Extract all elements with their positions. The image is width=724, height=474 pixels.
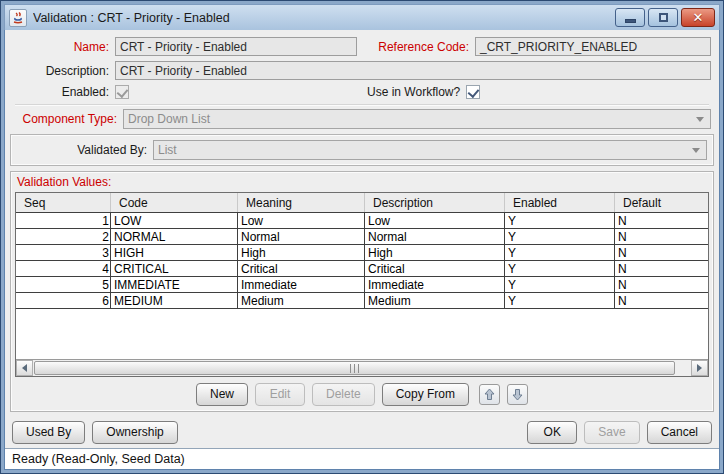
- column-header[interactable]: Description: [365, 193, 505, 212]
- validation-values-label: Validation Values:: [15, 174, 709, 192]
- ok-button[interactable]: OK: [527, 421, 577, 444]
- chevron-down-icon: [692, 148, 700, 153]
- table-cell: N: [615, 229, 708, 244]
- component-type-row: Component Type: Drop Down List: [13, 109, 711, 129]
- table-row[interactable]: 6MEDIUMMediumMediumYN: [16, 293, 708, 309]
- name-label: Name:: [13, 40, 109, 54]
- table-row[interactable]: 5IMMEDIATEImmediateImmediateYN: [16, 277, 708, 293]
- table-cell: 5: [16, 277, 111, 292]
- table-cell: NORMAL: [111, 229, 238, 244]
- table-cell: Y: [505, 213, 615, 228]
- window-title: Validation : CRT - Priority - Enabled: [33, 11, 615, 25]
- table-cell: Low: [365, 213, 505, 228]
- table-cell: 3: [16, 245, 111, 260]
- new-button[interactable]: New: [196, 383, 248, 406]
- footer-bar: Used By Ownership OK Save Cancel: [5, 416, 719, 448]
- enabled-label: Enabled:: [13, 85, 109, 99]
- java-app-icon: [9, 9, 27, 27]
- coffee-cup-icon: [11, 11, 25, 25]
- table-actions: New Edit Delete Copy From: [15, 377, 709, 407]
- validation-values-panel: Validation Values: SeqCodeMeaningDescrip…: [10, 171, 714, 412]
- reference-code-field[interactable]: _CRT_PRIORITY_ENABLED: [475, 37, 711, 56]
- enabled-checkbox[interactable]: [115, 85, 129, 99]
- minimize-button[interactable]: [615, 8, 645, 27]
- column-header[interactable]: Default: [615, 193, 708, 212]
- table-cell: Y: [505, 245, 615, 260]
- table-cell: Medium: [238, 293, 365, 308]
- scrollbar-track[interactable]: [33, 360, 691, 376]
- description-field[interactable]: CRT - Priority - Enabled: [115, 61, 711, 80]
- table-cell: Y: [505, 261, 615, 276]
- values-table-header: SeqCodeMeaningDescriptionEnabledDefault: [16, 193, 708, 213]
- horizontal-scrollbar[interactable]: [16, 359, 708, 376]
- move-down-button[interactable]: [507, 384, 528, 405]
- table-cell: Y: [505, 293, 615, 308]
- maximize-icon: [659, 13, 668, 22]
- table-row[interactable]: 3HIGHHighHighYN: [16, 245, 708, 261]
- table-cell: N: [615, 277, 708, 292]
- validated-by-dropdown[interactable]: List: [153, 140, 707, 160]
- scroll-left-button[interactable]: [16, 360, 33, 376]
- cancel-button[interactable]: Cancel: [647, 421, 712, 444]
- maximize-button[interactable]: [648, 8, 678, 27]
- table-cell: IMMEDIATE: [111, 277, 238, 292]
- close-button[interactable]: ✕: [681, 8, 715, 27]
- status-text: Ready (Read-Only, Seed Data): [12, 452, 185, 466]
- table-row[interactable]: 2NORMALNormalNormalYN: [16, 229, 708, 245]
- checkbox-row: Enabled: Use in Workflow?: [13, 85, 711, 99]
- table-cell: Immediate: [365, 277, 505, 292]
- table-cell: Normal: [365, 229, 505, 244]
- table-cell: N: [615, 245, 708, 260]
- table-cell: Immediate: [238, 277, 365, 292]
- table-cell: CRITICAL: [111, 261, 238, 276]
- table-cell: HIGH: [111, 245, 238, 260]
- table-cell: LOW: [111, 213, 238, 228]
- scroll-right-icon: [697, 364, 702, 372]
- validation-dialog: Validation : CRT - Priority - Enabled ✕ …: [0, 0, 724, 474]
- arrow-down-icon: [511, 388, 524, 401]
- title-bar[interactable]: Validation : CRT - Priority - Enabled ✕: [4, 4, 720, 30]
- table-cell: Medium: [365, 293, 505, 308]
- reference-code-label: Reference Code:: [357, 40, 469, 54]
- use-in-workflow-checkbox[interactable]: [466, 85, 480, 99]
- column-header[interactable]: Code: [111, 193, 238, 212]
- ownership-button[interactable]: Ownership: [92, 421, 177, 444]
- component-type-label: Component Type:: [13, 112, 117, 126]
- save-button[interactable]: Save: [584, 421, 639, 444]
- delete-button[interactable]: Delete: [312, 383, 375, 406]
- name-row: Name: CRT - Priority - Enabled Reference…: [13, 37, 711, 56]
- table-cell: High: [365, 245, 505, 260]
- move-up-button[interactable]: [479, 384, 500, 405]
- table-cell: Normal: [238, 229, 365, 244]
- name-field[interactable]: CRT - Priority - Enabled: [115, 37, 357, 56]
- table-cell: MEDIUM: [111, 293, 238, 308]
- table-cell: 6: [16, 293, 111, 308]
- scroll-left-icon: [22, 364, 27, 372]
- table-row[interactable]: 1LOWLowLowYN: [16, 213, 708, 229]
- table-cell: Low: [238, 213, 365, 228]
- table-row[interactable]: 4CRITICALCriticalCriticalYN: [16, 261, 708, 277]
- table-cell: High: [238, 245, 365, 260]
- table-cell: 2: [16, 229, 111, 244]
- divider: [15, 104, 709, 105]
- table-cell: Critical: [365, 261, 505, 276]
- column-header[interactable]: Enabled: [505, 193, 615, 212]
- validated-by-label: Validated By:: [17, 143, 147, 157]
- description-row: Description: CRT - Priority - Enabled: [13, 61, 711, 80]
- table-cell: 4: [16, 261, 111, 276]
- close-icon: ✕: [693, 11, 704, 24]
- component-type-dropdown[interactable]: Drop Down List: [123, 109, 711, 129]
- validated-by-panel: Validated By: List: [10, 134, 714, 166]
- copy-from-button[interactable]: Copy From: [382, 383, 469, 406]
- use-in-workflow-label: Use in Workflow?: [367, 85, 460, 99]
- scroll-right-button[interactable]: [691, 360, 708, 376]
- edit-button[interactable]: Edit: [255, 383, 305, 406]
- column-header[interactable]: Seq: [16, 193, 111, 212]
- table-cell: N: [615, 261, 708, 276]
- arrow-up-icon: [483, 388, 496, 401]
- scrollbar-thumb[interactable]: [34, 361, 675, 375]
- table-cell: Critical: [238, 261, 365, 276]
- column-header[interactable]: Meaning: [238, 193, 365, 212]
- values-scrollpane: SeqCodeMeaningDescriptionEnabledDefault …: [15, 192, 709, 377]
- used-by-button[interactable]: Used By: [12, 421, 85, 444]
